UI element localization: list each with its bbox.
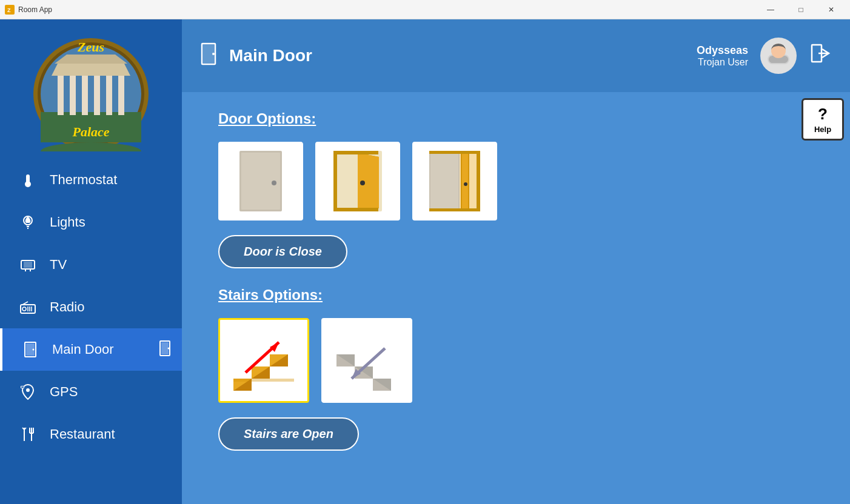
svg-rect-70: [429, 151, 480, 154]
svg-rect-8: [70, 76, 76, 115]
close-button[interactable]: ✕: [817, 0, 845, 19]
svg-rect-69: [477, 151, 480, 211]
stairs-options-title: Stairs Options:: [218, 287, 814, 303]
logout-button[interactable]: [809, 42, 832, 70]
app-icon: Z: [5, 5, 15, 15]
thermometer-icon: [18, 170, 38, 190]
door-option-closed[interactable]: [218, 142, 303, 220]
radio-label: Radio: [50, 299, 84, 315]
header-door-icon: [200, 42, 219, 70]
lights-label: Lights: [50, 214, 85, 230]
sidebar-item-lights[interactable]: Lights: [0, 201, 182, 244]
svg-point-55: [272, 181, 276, 185]
restaurant-icon: [18, 425, 38, 444]
svg-rect-21: [24, 262, 32, 268]
stairs-option-down[interactable]: [321, 318, 412, 403]
svg-marker-58: [358, 153, 379, 208]
restaurant-label: Restaurant: [50, 426, 115, 442]
svg-point-32: [33, 349, 35, 351]
door-option-half-open[interactable]: [315, 142, 400, 220]
help-label: Help: [814, 125, 831, 134]
logo-container: Zeus Palace: [30, 31, 152, 153]
door-option-fully-open[interactable]: [412, 142, 497, 220]
door-icon: [21, 340, 40, 359]
user-name: Odysseas: [697, 44, 748, 57]
sidebar-item-restaurant[interactable]: Restaurant: [0, 413, 182, 456]
door-options-row: [218, 142, 814, 220]
tv-label: TV: [50, 257, 67, 273]
door-options-section: Door Options:: [218, 110, 814, 287]
svg-rect-7: [58, 76, 64, 115]
svg-point-46: [212, 53, 215, 55]
svg-rect-65: [430, 152, 458, 210]
stairs-options-section: Stairs Options:: [218, 287, 814, 469]
door-options-title: Door Options:: [218, 110, 814, 127]
help-button[interactable]: ? Help: [801, 98, 844, 141]
svg-rect-11: [106, 76, 112, 115]
sidebar-item-tv[interactable]: TV: [0, 244, 182, 286]
svg-rect-18: [26, 174, 30, 184]
avatar: [760, 38, 797, 74]
main-content: Main Door Odysseas Trojan User: [182, 19, 850, 504]
radio-icon: [18, 297, 38, 317]
sidebar-item-thermostat[interactable]: Thermostat: [0, 159, 182, 201]
main-door-label: Main Door: [52, 342, 113, 357]
svg-marker-14: [55, 55, 127, 64]
tv-icon: [18, 255, 38, 274]
svg-rect-62: [333, 208, 378, 211]
svg-text:Zeus: Zeus: [77, 39, 104, 55]
gps-label: GPS: [50, 384, 78, 400]
sidebar-nav: Thermostat Lights: [0, 159, 182, 456]
sidebar-item-main-door[interactable]: Main Door: [0, 328, 182, 371]
stairs-options-row: [218, 318, 814, 403]
svg-point-59: [360, 181, 365, 185]
thermostat-label: Thermostat: [50, 172, 117, 188]
svg-rect-61: [333, 151, 378, 154]
user-role: Trojan User: [697, 57, 748, 68]
svg-rect-71: [429, 208, 480, 211]
gps-icon: [18, 382, 38, 402]
stairs-option-up[interactable]: [218, 318, 309, 403]
svg-rect-60: [333, 151, 337, 211]
main-header: Main Door Odysseas Trojan User: [182, 19, 850, 92]
lightbulb-icon: [18, 213, 38, 232]
minimize-button[interactable]: —: [757, 0, 785, 19]
title-bar: Z Room App — □ ✕: [0, 0, 850, 19]
page-title: Main Door: [229, 46, 312, 65]
app-title: Room App: [18, 5, 52, 14]
content-area: Door Options:: [182, 92, 850, 504]
svg-point-68: [464, 182, 467, 186]
svg-point-36: [26, 388, 30, 392]
svg-rect-75: [233, 379, 294, 382]
svg-rect-10: [94, 76, 100, 115]
user-info: Odysseas Trojan User: [697, 44, 748, 68]
door-status-button[interactable]: Door is Close: [218, 235, 347, 268]
svg-rect-34: [161, 342, 169, 354]
svg-rect-9: [82, 76, 88, 115]
svg-rect-38: [21, 386, 24, 388]
svg-point-6: [41, 142, 141, 151]
sidebar-item-gps[interactable]: GPS: [0, 371, 182, 413]
svg-text:Z: Z: [7, 7, 11, 13]
stairs-status-button[interactable]: Stairs are Open: [218, 417, 359, 451]
svg-rect-67: [462, 152, 468, 210]
door-right-icon: [159, 340, 172, 359]
help-icon: ?: [818, 105, 828, 124]
sidebar: Zeus Palace Thermostat: [0, 19, 182, 504]
svg-rect-12: [118, 76, 124, 115]
svg-text:Palace: Palace: [72, 124, 109, 139]
svg-point-25: [22, 307, 26, 311]
svg-marker-13: [52, 64, 130, 76]
maximize-button[interactable]: □: [787, 0, 815, 19]
svg-point-35: [168, 347, 170, 349]
sidebar-item-radio[interactable]: Radio: [0, 286, 182, 328]
